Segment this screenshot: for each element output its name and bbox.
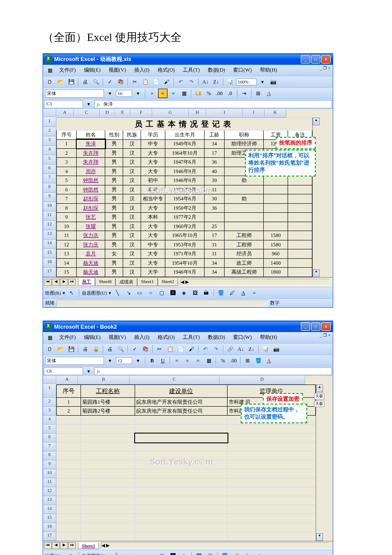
save-icon[interactable]: 💾 bbox=[66, 344, 76, 354]
select-all-corner[interactable] bbox=[43, 109, 56, 117]
permission-icon[interactable]: 🔒 bbox=[91, 344, 101, 354]
sort-asc-icon[interactable]: A↓ bbox=[201, 77, 210, 87]
menu-insert[interactable]: 插入(I) bbox=[131, 333, 153, 342]
minimize-button[interactable]: _ bbox=[301, 55, 310, 64]
textbox-icon[interactable]: ▢ bbox=[157, 551, 167, 555]
row-header[interactable]: 2 bbox=[43, 398, 56, 407]
line-color-icon[interactable]: 🖊 bbox=[231, 551, 241, 555]
font-color-icon[interactable]: A bbox=[264, 89, 274, 98]
tab-first-icon[interactable]: ⏮ bbox=[44, 542, 52, 549]
copy-icon[interactable]: 📋 bbox=[165, 344, 175, 354]
row-header[interactable]: 15 bbox=[43, 249, 56, 258]
doc-restore[interactable]: ❐ bbox=[323, 66, 327, 75]
camera-icon[interactable]: 📷 bbox=[271, 344, 281, 354]
row-header[interactable]: 12 bbox=[43, 487, 56, 496]
col-header[interactable]: D bbox=[100, 109, 115, 118]
sheet-tab[interactable]: Sheet6 bbox=[95, 278, 115, 286]
row-header[interactable]: 5 bbox=[43, 155, 56, 165]
sort-asc-icon[interactable]: A↓ bbox=[236, 344, 245, 354]
currency-icon[interactable]: 💴 bbox=[193, 89, 203, 98]
col-header[interactable]: D bbox=[219, 376, 305, 384]
fill-color-icon[interactable]: 🪣 bbox=[254, 356, 263, 365]
open-icon[interactable]: 📂 bbox=[56, 77, 65, 87]
diagram-icon[interactable]: ◈ bbox=[179, 288, 189, 298]
fill-color-icon[interactable]: 🪣 bbox=[216, 288, 226, 298]
hyperlink-icon[interactable]: 🔗 bbox=[225, 344, 235, 354]
print2-icon[interactable]: 🖨 bbox=[105, 344, 115, 354]
row-header[interactable]: 15 bbox=[43, 514, 56, 523]
col-header[interactable]: G bbox=[152, 109, 189, 118]
align-right-icon[interactable]: ≡ bbox=[169, 89, 178, 98]
format-painter-icon[interactable]: 🖌 bbox=[162, 77, 171, 87]
row-header[interactable]: 1 bbox=[43, 384, 56, 398]
menu-data[interactable]: 数据(D) bbox=[205, 333, 229, 342]
clipart-icon[interactable]: 🖼 bbox=[190, 288, 200, 298]
wordart-icon[interactable]: 🅰 bbox=[168, 551, 178, 555]
font-size-box[interactable]: 12 bbox=[116, 357, 132, 364]
row-header[interactable]: 8 bbox=[43, 451, 56, 460]
line-icon[interactable]: ╲ bbox=[113, 551, 122, 555]
fill-color-icon[interactable]: 🪣 bbox=[220, 551, 230, 555]
copy-icon[interactable]: 📋 bbox=[141, 77, 150, 87]
doc-close[interactable]: × bbox=[328, 66, 331, 75]
align-center-icon[interactable]: ≡ bbox=[183, 356, 192, 365]
row-header[interactable]: 7 bbox=[43, 174, 56, 183]
menu-data[interactable]: 数据(D) bbox=[205, 66, 229, 75]
row-header[interactable]: 8 bbox=[43, 183, 56, 193]
sheet-tab[interactable]: Sheet1 bbox=[137, 278, 158, 286]
row-header[interactable]: 3 bbox=[43, 407, 56, 416]
indent-icon[interactable]: ⇥ bbox=[239, 89, 249, 98]
menu-window[interactable]: 窗口(W) bbox=[230, 66, 255, 75]
picture-icon[interactable]: 🏔 bbox=[205, 551, 215, 555]
autoshape-menu[interactable]: 自选图形(U) bbox=[82, 290, 107, 296]
chart-icon[interactable]: 📊 bbox=[261, 344, 270, 354]
menu-insert[interactable]: 插入(I) bbox=[131, 66, 153, 75]
paste-icon[interactable]: 📄 bbox=[176, 344, 185, 354]
doc-minimize[interactable]: _ bbox=[320, 66, 322, 75]
formula-area[interactable]: fx朱泽 bbox=[94, 100, 332, 108]
row-header[interactable]: 16 bbox=[43, 523, 56, 532]
cut-icon[interactable]: ✂ bbox=[155, 344, 164, 354]
sheet-tab[interactable]: 成绩表 bbox=[115, 278, 137, 286]
format-painter-icon[interactable]: 🖌 bbox=[187, 344, 196, 354]
draw-menu[interactable]: 绘图(R) bbox=[45, 290, 61, 296]
tab-first-icon[interactable]: ⏮ bbox=[44, 279, 52, 286]
chart-icon[interactable]: 📊 bbox=[225, 77, 235, 87]
col-header[interactable]: J bbox=[243, 109, 265, 118]
diagram-icon[interactable]: ◈ bbox=[179, 551, 189, 555]
col-header[interactable]: E bbox=[115, 109, 130, 118]
select-all-corner[interactable] bbox=[43, 376, 56, 384]
size-dropdown-icon[interactable]: ▾ bbox=[133, 89, 143, 98]
zoom-box[interactable]: 100% bbox=[236, 78, 257, 85]
row-header[interactable]: 16 bbox=[43, 258, 56, 268]
research-icon[interactable]: 📚 bbox=[141, 344, 150, 354]
align-center-icon[interactable]: ≡ bbox=[158, 89, 167, 98]
bold-icon[interactable]: B bbox=[147, 356, 157, 365]
doc-close[interactable]: × bbox=[328, 333, 331, 342]
row-header[interactable]: 6 bbox=[43, 165, 56, 174]
redo-icon[interactable]: ↷ bbox=[187, 77, 196, 87]
draw-menu[interactable]: 绘图(R) bbox=[45, 553, 61, 555]
row-header[interactable]: 17 bbox=[43, 532, 56, 541]
row-header[interactable]: 12 bbox=[43, 221, 56, 230]
row-header[interactable]: 13 bbox=[43, 230, 56, 240]
row-header[interactable]: 3 bbox=[43, 136, 56, 146]
row-header[interactable]: 10 bbox=[43, 469, 56, 478]
col-header[interactable]: A bbox=[56, 376, 78, 384]
merge-icon[interactable]: ▦ bbox=[179, 89, 189, 98]
row-header[interactable]: 5 bbox=[43, 425, 56, 434]
minimize-button[interactable]: _ bbox=[301, 322, 310, 331]
doc-restore[interactable]: ❐ bbox=[323, 333, 327, 342]
row-header[interactable]: 7 bbox=[43, 442, 56, 451]
camera-icon[interactable]: 📷 bbox=[268, 77, 278, 87]
menu-format[interactable]: 格式(O) bbox=[154, 66, 179, 75]
align-left-icon[interactable]: ≡ bbox=[147, 89, 157, 98]
menu-view[interactable]: 视图(V) bbox=[105, 66, 130, 75]
row-header[interactable]: 17 bbox=[43, 268, 56, 277]
spell-icon[interactable]: ✓ bbox=[105, 77, 115, 87]
sort-desc-icon[interactable]: Z↓ bbox=[211, 77, 221, 87]
new-icon[interactable]: 🗋 bbox=[45, 344, 55, 354]
line-color-icon[interactable]: 🖊 bbox=[228, 288, 237, 298]
col-header[interactable]: K bbox=[265, 109, 286, 118]
col-header[interactable]: A bbox=[56, 109, 74, 118]
